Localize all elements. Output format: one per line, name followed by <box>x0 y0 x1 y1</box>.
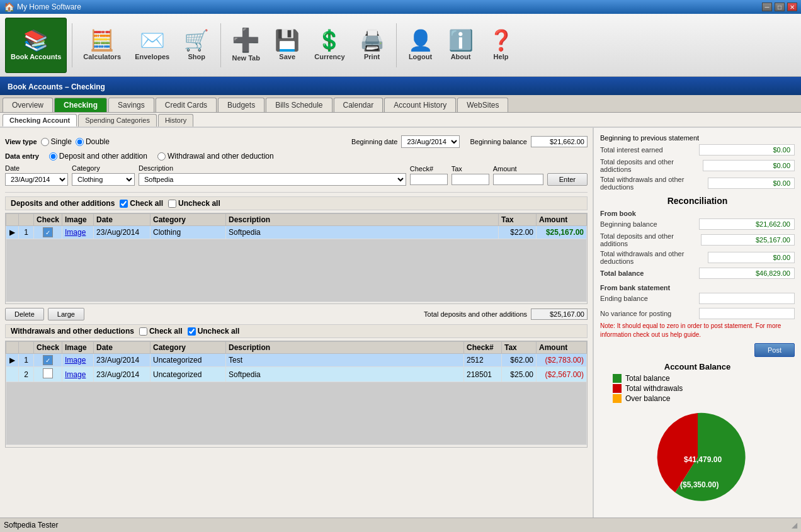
chart-label-withdrawals: ($5,350.00) <box>680 480 719 489</box>
toolbar-item-book-accounts[interactable]: 📚 Book Accounts <box>5 18 67 73</box>
date-cell: 23/Aug/2014 <box>94 226 151 239</box>
wamount-cell-1: ($2,783.00) <box>537 354 587 367</box>
tax-input[interactable] <box>452 174 489 185</box>
toolbar-item-new-tab[interactable]: ➕ New Tab <box>226 18 266 73</box>
wcol-category: Category <box>151 342 226 354</box>
date-col-label: Date <box>5 164 68 172</box>
category-select[interactable]: Clothing <box>72 173 135 186</box>
wcheck-cell[interactable] <box>34 354 62 367</box>
from-bank-label: From bank statement <box>600 284 795 291</box>
tab-bills-schedule[interactable]: Bills Schedule <box>266 98 332 112</box>
deposits-uncheck-all[interactable] <box>168 200 176 208</box>
toolbar-item-currency[interactable]: 💲 Currency <box>309 18 350 73</box>
book-withdrawals-value[interactable] <box>708 252 795 263</box>
withdrawals-section: Withdrawals and other deductions Check a… <box>5 324 588 448</box>
tab-calendar[interactable]: Calendar <box>334 98 383 112</box>
toolbar-item-save[interactable]: 💾 Save <box>268 18 306 73</box>
wcheck-cell-2[interactable] <box>34 367 62 382</box>
chart-title: Account Balance <box>600 362 795 371</box>
tab-overview[interactable]: Overview <box>3 98 53 112</box>
description-select[interactable]: Softpedia <box>139 173 406 186</box>
withdrawals-uncheck-all[interactable] <box>188 327 196 336</box>
tab-savings[interactable]: Savings <box>108 98 154 112</box>
minimize-button[interactable]: ─ <box>762 3 772 11</box>
table-row[interactable]: 2 Image 23/Aug/2014 Uncategorized Softpe… <box>6 367 587 382</box>
large-button[interactable]: Large <box>48 308 84 320</box>
withdrawals-table: Check Image Date Category Description Ch… <box>6 341 587 445</box>
sub-tab-checking-account[interactable]: Checking Account <box>3 114 77 127</box>
w-row-checkbox-1[interactable] <box>43 355 53 365</box>
toolbar-item-help[interactable]: ❓ Help <box>482 18 520 73</box>
w-row-checkbox-2[interactable] <box>43 368 53 378</box>
toolbar-item-calculators[interactable]: 🧮 Calculators <box>77 18 127 73</box>
ending-balance-label: Ending balance <box>600 295 648 302</box>
resize-handle[interactable]: ◢ <box>792 521 797 529</box>
beginning-balance-input[interactable] <box>531 136 588 147</box>
check-cell[interactable] <box>34 226 62 239</box>
withdrawal-radio[interactable] <box>157 152 166 161</box>
tab-credit-cards[interactable]: Credit Cards <box>156 98 217 112</box>
wchecknum-cell-1: 2512 <box>464 354 502 367</box>
table-row[interactable]: ▶ 1 Image 23/Aug/2014 Uncategorized Test… <box>6 354 587 367</box>
tax-cell: $22.00 <box>499 226 537 239</box>
maximize-button[interactable]: □ <box>775 3 785 11</box>
variance-value[interactable] <box>699 308 795 319</box>
amount-input[interactable] <box>493 174 543 185</box>
toolbar-item-logout[interactable]: 👤 Logout <box>402 18 440 73</box>
chart-label-total: $41,479.00 <box>684 455 722 464</box>
legend-color-over <box>613 394 622 403</box>
total-deposits-value <box>531 308 588 320</box>
book-balance-value[interactable] <box>699 218 795 230</box>
book-withdrawals-label: Total withdrawals and other deductions <box>600 250 708 265</box>
col-num <box>19 214 34 226</box>
wcol-description: Description <box>226 342 464 354</box>
beginning-date-select[interactable]: 23/Aug/2014 <box>401 135 460 148</box>
interest-value[interactable] <box>699 144 795 156</box>
table-row[interactable]: ▶ 1 Image 23/Aug/2014 Clothing Softpedia… <box>6 226 587 239</box>
single-label: Single <box>51 137 72 146</box>
new-tab-label: New Tab <box>232 54 260 62</box>
view-type-label: View type <box>5 138 37 145</box>
total-withdrawals-right-value[interactable] <box>708 178 795 189</box>
ending-balance-value[interactable] <box>699 293 795 304</box>
deposits-check-all[interactable] <box>120 200 128 208</box>
toolbar-item-envelopes[interactable]: ✉️ Envelopes <box>129 18 175 73</box>
single-radio[interactable] <box>41 138 49 146</box>
tab-account-history[interactable]: Account History <box>384 98 456 112</box>
withdrawals-check-all[interactable] <box>139 327 147 336</box>
legend-label-over: Over balance <box>625 394 670 403</box>
delete-button[interactable]: Delete <box>5 308 44 320</box>
book-deposits-label: Total deposits and other additions <box>600 232 701 247</box>
sub-tab-history[interactable]: History <box>158 114 193 127</box>
row-checkbox[interactable] <box>43 227 53 237</box>
left-panel: View type Single Double Beginning date 2… <box>0 128 593 518</box>
book-deposits-value[interactable] <box>701 234 795 246</box>
calculators-label: Calculators <box>83 53 121 60</box>
toolbar-item-print[interactable]: 🖨️ Print <box>353 18 391 73</box>
double-radio[interactable] <box>76 138 84 146</box>
titlebar: 🏠 My Home Software ─ □ ✕ <box>0 0 801 14</box>
tab-budgets[interactable]: Budgets <box>218 98 264 112</box>
close-button[interactable]: ✕ <box>787 3 797 11</box>
wimage-cell-2[interactable]: Image <box>62 367 94 382</box>
envelopes-label: Envelopes <box>135 53 169 60</box>
tab-websites[interactable]: WebSites <box>457 98 508 112</box>
toolbar-item-shop[interactable]: 🛒 Shop <box>178 18 215 73</box>
book-balance-row: Beginning balance <box>600 218 795 230</box>
sub-tab-spending-categories[interactable]: Spending Categories <box>78 114 157 127</box>
total-balance-value[interactable] <box>699 268 795 279</box>
post-button[interactable]: Post <box>754 343 795 357</box>
logout-icon: 👤 <box>408 30 433 50</box>
page-header: Book Accounts – Checking <box>0 77 801 95</box>
check-input[interactable] <box>410 174 448 185</box>
wimage-cell-1[interactable]: Image <box>62 354 94 367</box>
deposit-radio[interactable] <box>49 152 57 161</box>
tab-checking[interactable]: Checking <box>54 98 107 112</box>
enter-button[interactable]: Enter <box>547 173 588 186</box>
image-cell[interactable]: Image <box>62 226 94 239</box>
toolbar-item-about[interactable]: ℹ️ About <box>442 18 480 73</box>
total-deposits-right-value[interactable] <box>703 160 795 171</box>
date-select[interactable]: 23/Aug/2014 <box>5 173 68 186</box>
toolbar: 📚 Book Accounts 🧮 Calculators ✉️ Envelop… <box>0 14 801 77</box>
total-deposits-row: Total deposits and other addictions <box>600 158 795 173</box>
